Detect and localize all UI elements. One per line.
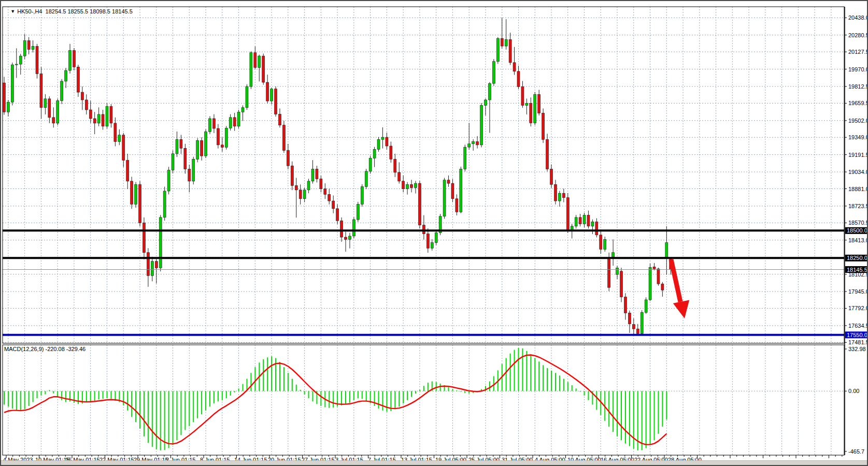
candle-down xyxy=(147,253,149,276)
candle-down xyxy=(48,99,51,118)
candle-up xyxy=(44,99,47,108)
candle-down xyxy=(36,46,38,74)
candle-down xyxy=(73,51,75,67)
candle-down xyxy=(114,123,117,142)
candle-up xyxy=(571,226,573,229)
price-level-badge-text: 18250.0 xyxy=(847,255,867,261)
candle-up xyxy=(505,39,507,46)
candle-down xyxy=(184,148,187,169)
candle-down xyxy=(628,313,631,324)
candle-down xyxy=(538,94,540,113)
candle-down xyxy=(155,261,158,268)
candle-up xyxy=(525,103,528,105)
candle-up xyxy=(612,253,615,257)
candle-up xyxy=(480,106,483,145)
candle-down xyxy=(316,169,318,179)
price-axis-label: 19970.0 xyxy=(848,66,868,72)
candle-up xyxy=(431,243,433,249)
macd-axis-label: 332.98 xyxy=(848,346,866,352)
candle-up xyxy=(496,38,499,62)
candle-up xyxy=(575,217,577,226)
candle-down xyxy=(126,161,129,181)
candle-down xyxy=(451,183,454,199)
ohlc-readout: 18254.5 18255.5 18098.5 18145.5 xyxy=(46,8,133,14)
candle-down xyxy=(287,151,289,166)
candle-down xyxy=(89,110,92,119)
candle-down xyxy=(201,140,203,156)
candle-up xyxy=(464,147,466,169)
chevron-down-icon[interactable]: ▼ xyxy=(10,9,15,14)
trend-arrow-down[interactable] xyxy=(671,259,689,318)
candle-up xyxy=(65,70,67,81)
candle-up xyxy=(237,112,240,126)
candle-down xyxy=(600,235,602,250)
candle-down xyxy=(546,139,549,169)
candle-down xyxy=(509,39,511,63)
candle-down xyxy=(278,114,281,125)
candle-up xyxy=(583,215,586,224)
price-axis-label: 19812.5 xyxy=(848,83,868,90)
candle-down xyxy=(636,329,639,333)
candle-down xyxy=(386,137,388,146)
candle-down xyxy=(587,215,590,226)
candle-down xyxy=(217,128,219,145)
candle-down xyxy=(398,172,401,181)
candle-down xyxy=(620,271,623,297)
candle-down xyxy=(40,74,42,107)
candle-down xyxy=(93,119,96,123)
chart-canvas[interactable]: 20438.020280.520127.519970.019812.519659… xyxy=(1,1,868,466)
candle-down xyxy=(554,184,557,201)
candle-down xyxy=(390,146,392,159)
candle-up xyxy=(163,191,166,217)
candle-up xyxy=(472,142,475,144)
candle-down xyxy=(212,119,215,128)
candle-down xyxy=(328,194,331,201)
candle-down xyxy=(447,180,450,183)
candle-up xyxy=(209,119,211,132)
macd-signal-line xyxy=(4,355,666,445)
price-level-badge-text: 17550.0 xyxy=(847,332,867,338)
candle-up xyxy=(558,193,561,201)
candle-down xyxy=(456,199,458,212)
candle-up xyxy=(15,64,18,65)
candle-down xyxy=(320,179,322,189)
candle-up xyxy=(19,56,22,64)
candle-down xyxy=(394,159,396,172)
candle-down xyxy=(27,40,30,49)
candle-up xyxy=(229,118,232,128)
price-axis-label: 19191.5 xyxy=(848,152,868,158)
candle-down xyxy=(275,89,277,114)
candle-up xyxy=(365,171,367,187)
candle-up xyxy=(665,243,668,258)
candle-up xyxy=(61,81,63,101)
price-axis-label: 17634.5 xyxy=(848,323,868,329)
candle-down xyxy=(517,71,520,87)
price-axis-label: 20438.0 xyxy=(848,14,868,21)
candle-up xyxy=(7,102,9,112)
candle-down xyxy=(295,185,297,190)
candle-down xyxy=(418,183,421,225)
candle-up xyxy=(406,184,409,188)
candle-up xyxy=(591,222,594,226)
candle-down xyxy=(521,86,524,105)
candle-up xyxy=(348,236,351,239)
candle-up xyxy=(118,135,121,142)
candle-down xyxy=(657,269,660,284)
candle-down xyxy=(52,118,55,123)
candle-down xyxy=(233,118,236,126)
candle-down xyxy=(562,193,565,197)
candle-down xyxy=(324,189,326,195)
candle-down xyxy=(254,53,257,68)
candle-down xyxy=(476,142,479,145)
candle-down xyxy=(340,221,343,237)
candle-down xyxy=(110,107,112,123)
candle-up xyxy=(415,183,417,187)
candle-up xyxy=(616,268,619,274)
candle-up xyxy=(492,62,495,83)
candle-up xyxy=(196,140,199,159)
candle-down xyxy=(102,114,104,126)
candle-up xyxy=(159,217,162,268)
candle-up xyxy=(484,100,487,106)
candle-up xyxy=(246,86,248,108)
candle-up xyxy=(373,149,376,158)
